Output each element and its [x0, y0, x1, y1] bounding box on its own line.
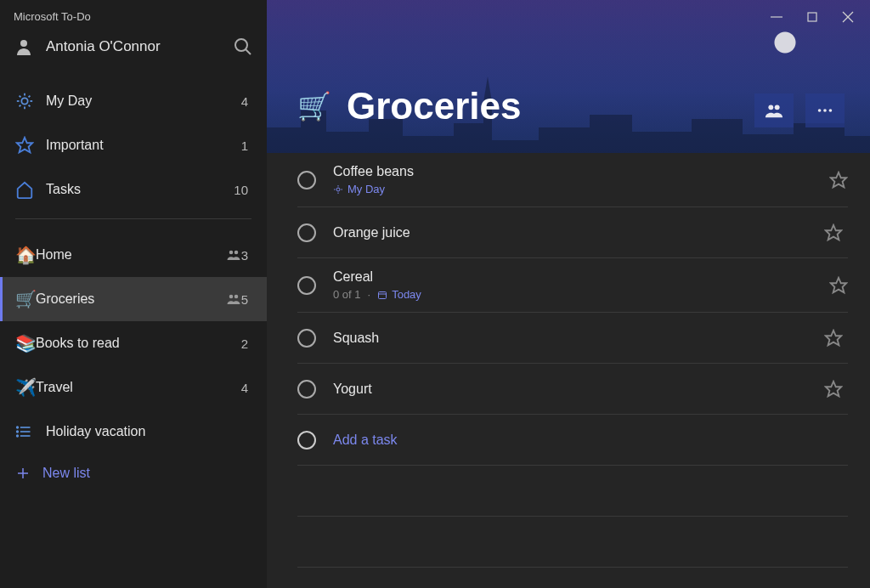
plus-icon — [15, 466, 31, 481]
sidebar-item-count: 1 — [241, 139, 251, 153]
task-row[interactable]: Cereal 0 of 1 · Today — [297, 258, 848, 313]
sidebar-item-count: 4 — [241, 94, 251, 109]
sidebar-item-travel[interactable]: ✈️ Travel 4 — [0, 365, 267, 410]
task-title: Orange juice — [333, 225, 824, 240]
empty-row — [297, 466, 848, 517]
sidebar-item-label: Holiday vacation — [46, 424, 251, 439]
star-icon[interactable] — [824, 223, 843, 242]
svg-point-29 — [768, 105, 773, 110]
close-button[interactable] — [839, 8, 856, 25]
people-icon — [765, 101, 783, 120]
sidebar-item-tasks[interactable]: Tasks 10 — [0, 167, 267, 212]
sidebar-item-groceries[interactable]: 🛒 Groceries 5 — [0, 277, 267, 321]
sidebar-item-holiday[interactable]: Holiday vacation — [0, 410, 267, 454]
star-icon — [15, 136, 46, 155]
task-row[interactable]: Orange juice — [297, 207, 848, 258]
task-row[interactable]: Yogurt — [297, 364, 848, 415]
search-icon[interactable] — [233, 37, 253, 57]
task-row[interactable]: Coffee beans My Day — [297, 153, 848, 207]
star-icon[interactable] — [829, 276, 848, 295]
home-icon — [15, 180, 46, 199]
divider — [15, 218, 251, 219]
svg-point-14 — [234, 251, 238, 255]
list-icon — [15, 423, 46, 440]
sidebar-item-label: My Day — [46, 93, 241, 109]
user-menu[interactable]: Antonia O'Connor — [0, 30, 267, 72]
star-icon[interactable] — [824, 329, 843, 348]
svg-marker-12 — [17, 138, 32, 152]
task-title: Yogurt — [333, 382, 824, 397]
house-emoji-icon: 🏠 — [15, 245, 36, 265]
svg-point-0 — [20, 40, 27, 47]
svg-marker-45 — [826, 381, 841, 395]
sidebar-item-count: 5 — [241, 292, 251, 307]
svg-point-15 — [229, 295, 233, 299]
svg-point-31 — [818, 109, 822, 112]
svg-point-1 — [235, 39, 247, 51]
svg-point-22 — [17, 435, 19, 437]
app-title: Microsoft To-Do — [0, 10, 267, 30]
svg-marker-40 — [826, 224, 841, 239]
star-icon[interactable] — [824, 380, 843, 399]
due-badge: Today — [377, 288, 421, 301]
sidebar-item-label: Tasks — [46, 182, 234, 197]
sidebar-item-label: Travel — [36, 380, 241, 395]
cart-emoji-icon: 🛒 — [15, 289, 36, 309]
task-checkbox[interactable] — [297, 223, 316, 242]
svg-point-30 — [775, 105, 780, 110]
add-task-circle-icon — [297, 431, 316, 449]
svg-point-16 — [234, 295, 238, 299]
task-checkbox[interactable] — [297, 380, 316, 399]
task-checkbox[interactable] — [297, 171, 316, 189]
task-title: Cereal — [333, 269, 829, 285]
svg-point-13 — [229, 251, 233, 255]
add-task-input[interactable]: Add a task — [297, 415, 848, 466]
sidebar: Microsoft To-Do Antonia O'Connor My Day … — [0, 0, 267, 588]
svg-line-11 — [29, 96, 31, 98]
share-button[interactable] — [754, 93, 794, 127]
shared-icon — [226, 291, 241, 307]
empty-row — [297, 517, 848, 568]
svg-point-20 — [17, 427, 19, 428]
user-name: Antonia O'Connor — [46, 38, 161, 55]
shared-icon — [226, 247, 241, 263]
sidebar-item-important[interactable]: Important 1 — [0, 123, 267, 167]
steps-badge: 0 of 1 — [333, 288, 361, 301]
task-checkbox[interactable] — [297, 276, 316, 295]
sidebar-item-label: Books to read — [36, 336, 241, 351]
add-task-placeholder: Add a task — [333, 433, 398, 448]
minimize-button[interactable] — [768, 8, 785, 25]
svg-point-34 — [336, 188, 340, 191]
list-title: Groceries — [347, 85, 521, 127]
task-row[interactable]: Squash — [297, 313, 848, 364]
sidebar-item-label: Important — [46, 138, 241, 153]
plane-emoji-icon: ✈️ — [15, 377, 36, 398]
ellipsis-icon — [816, 101, 834, 120]
svg-rect-26 — [808, 13, 816, 21]
svg-point-33 — [829, 109, 833, 112]
sidebar-item-myday[interactable]: My Day 4 — [0, 79, 267, 123]
star-icon[interactable] — [829, 171, 848, 189]
svg-marker-43 — [831, 277, 846, 291]
main-panel: 🛒 Groceries Coffee beans My Day — [267, 0, 870, 588]
more-options-button[interactable] — [805, 93, 845, 127]
new-list-button[interactable]: New list — [0, 454, 267, 493]
sidebar-item-count: 3 — [241, 248, 251, 263]
sidebar-item-label: Groceries — [36, 291, 219, 307]
maximize-button[interactable] — [804, 8, 821, 25]
svg-point-21 — [17, 431, 19, 433]
sidebar-item-count: 4 — [241, 381, 251, 395]
task-list: Coffee beans My Day Orange juice — [267, 153, 870, 588]
task-checkbox[interactable] — [297, 329, 316, 348]
sidebar-item-books[interactable]: 📚 Books to read 2 — [0, 321, 267, 365]
sidebar-item-home[interactable]: 🏠 Home 3 — [0, 233, 267, 277]
svg-line-10 — [20, 105, 21, 107]
sidebar-item-label: Home — [36, 247, 219, 263]
svg-rect-41 — [379, 291, 387, 298]
task-title: Coffee beans — [333, 164, 829, 179]
svg-line-2 — [246, 49, 251, 54]
myday-badge: My Day — [333, 183, 385, 195]
cart-icon: 🛒 — [297, 90, 331, 122]
avatar-icon — [14, 37, 34, 57]
sun-icon — [15, 92, 46, 110]
